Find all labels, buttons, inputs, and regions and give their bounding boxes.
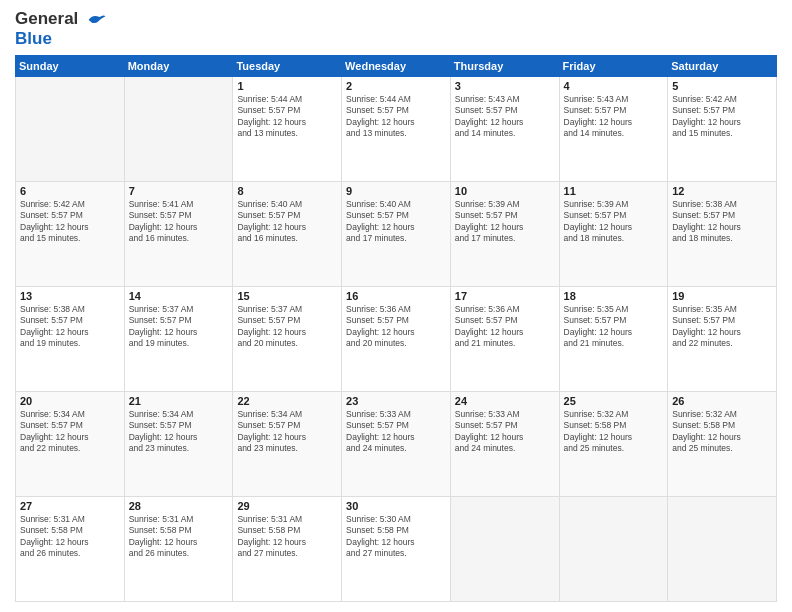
day-number: 7	[129, 185, 229, 197]
day-info: Sunrise: 5:32 AM Sunset: 5:58 PM Dayligh…	[672, 409, 772, 455]
day-cell: 28Sunrise: 5:31 AM Sunset: 5:58 PM Dayli…	[124, 496, 233, 601]
day-info: Sunrise: 5:41 AM Sunset: 5:57 PM Dayligh…	[129, 199, 229, 245]
day-info: Sunrise: 5:31 AM Sunset: 5:58 PM Dayligh…	[20, 514, 120, 560]
calendar-header-row: SundayMondayTuesdayWednesdayThursdayFrid…	[16, 55, 777, 76]
day-cell: 7Sunrise: 5:41 AM Sunset: 5:57 PM Daylig…	[124, 181, 233, 286]
day-info: Sunrise: 5:43 AM Sunset: 5:57 PM Dayligh…	[564, 94, 664, 140]
day-cell: 24Sunrise: 5:33 AM Sunset: 5:57 PM Dayli…	[450, 391, 559, 496]
day-info: Sunrise: 5:35 AM Sunset: 5:57 PM Dayligh…	[672, 304, 772, 350]
day-cell: 25Sunrise: 5:32 AM Sunset: 5:58 PM Dayli…	[559, 391, 668, 496]
day-number: 20	[20, 395, 120, 407]
day-info: Sunrise: 5:44 AM Sunset: 5:57 PM Dayligh…	[237, 94, 337, 140]
day-header-sunday: Sunday	[16, 55, 125, 76]
calendar-table: SundayMondayTuesdayWednesdayThursdayFrid…	[15, 55, 777, 602]
day-cell: 13Sunrise: 5:38 AM Sunset: 5:57 PM Dayli…	[16, 286, 125, 391]
day-cell: 18Sunrise: 5:35 AM Sunset: 5:57 PM Dayli…	[559, 286, 668, 391]
day-info: Sunrise: 5:39 AM Sunset: 5:57 PM Dayligh…	[564, 199, 664, 245]
day-cell: 3Sunrise: 5:43 AM Sunset: 5:57 PM Daylig…	[450, 76, 559, 181]
day-info: Sunrise: 5:44 AM Sunset: 5:57 PM Dayligh…	[346, 94, 446, 140]
day-number: 13	[20, 290, 120, 302]
logo-blue: Blue	[15, 29, 107, 49]
logo: General Blue	[15, 10, 107, 49]
day-cell: 23Sunrise: 5:33 AM Sunset: 5:57 PM Dayli…	[342, 391, 451, 496]
day-info: Sunrise: 5:35 AM Sunset: 5:57 PM Dayligh…	[564, 304, 664, 350]
day-cell: 9Sunrise: 5:40 AM Sunset: 5:57 PM Daylig…	[342, 181, 451, 286]
day-number: 2	[346, 80, 446, 92]
day-cell: 26Sunrise: 5:32 AM Sunset: 5:58 PM Dayli…	[668, 391, 777, 496]
day-number: 11	[564, 185, 664, 197]
day-cell: 6Sunrise: 5:42 AM Sunset: 5:57 PM Daylig…	[16, 181, 125, 286]
day-cell: 8Sunrise: 5:40 AM Sunset: 5:57 PM Daylig…	[233, 181, 342, 286]
day-info: Sunrise: 5:31 AM Sunset: 5:58 PM Dayligh…	[129, 514, 229, 560]
logo-bird-icon	[85, 12, 107, 28]
day-number: 14	[129, 290, 229, 302]
day-cell	[124, 76, 233, 181]
day-cell: 22Sunrise: 5:34 AM Sunset: 5:57 PM Dayli…	[233, 391, 342, 496]
day-info: Sunrise: 5:36 AM Sunset: 5:57 PM Dayligh…	[455, 304, 555, 350]
week-row-5: 27Sunrise: 5:31 AM Sunset: 5:58 PM Dayli…	[16, 496, 777, 601]
day-number: 3	[455, 80, 555, 92]
day-info: Sunrise: 5:43 AM Sunset: 5:57 PM Dayligh…	[455, 94, 555, 140]
day-header-tuesday: Tuesday	[233, 55, 342, 76]
day-header-monday: Monday	[124, 55, 233, 76]
day-info: Sunrise: 5:42 AM Sunset: 5:57 PM Dayligh…	[20, 199, 120, 245]
day-number: 4	[564, 80, 664, 92]
day-info: Sunrise: 5:34 AM Sunset: 5:57 PM Dayligh…	[20, 409, 120, 455]
day-number: 23	[346, 395, 446, 407]
day-cell: 17Sunrise: 5:36 AM Sunset: 5:57 PM Dayli…	[450, 286, 559, 391]
day-cell	[668, 496, 777, 601]
day-number: 1	[237, 80, 337, 92]
day-header-saturday: Saturday	[668, 55, 777, 76]
day-cell	[16, 76, 125, 181]
day-info: Sunrise: 5:33 AM Sunset: 5:57 PM Dayligh…	[346, 409, 446, 455]
day-cell: 30Sunrise: 5:30 AM Sunset: 5:58 PM Dayli…	[342, 496, 451, 601]
day-cell: 10Sunrise: 5:39 AM Sunset: 5:57 PM Dayli…	[450, 181, 559, 286]
day-cell: 12Sunrise: 5:38 AM Sunset: 5:57 PM Dayli…	[668, 181, 777, 286]
day-info: Sunrise: 5:33 AM Sunset: 5:57 PM Dayligh…	[455, 409, 555, 455]
day-cell: 5Sunrise: 5:42 AM Sunset: 5:57 PM Daylig…	[668, 76, 777, 181]
day-info: Sunrise: 5:34 AM Sunset: 5:57 PM Dayligh…	[237, 409, 337, 455]
day-cell: 20Sunrise: 5:34 AM Sunset: 5:57 PM Dayli…	[16, 391, 125, 496]
day-cell: 29Sunrise: 5:31 AM Sunset: 5:58 PM Dayli…	[233, 496, 342, 601]
day-cell: 27Sunrise: 5:31 AM Sunset: 5:58 PM Dayli…	[16, 496, 125, 601]
day-info: Sunrise: 5:37 AM Sunset: 5:57 PM Dayligh…	[129, 304, 229, 350]
day-number: 6	[20, 185, 120, 197]
day-info: Sunrise: 5:32 AM Sunset: 5:58 PM Dayligh…	[564, 409, 664, 455]
day-number: 21	[129, 395, 229, 407]
day-info: Sunrise: 5:39 AM Sunset: 5:57 PM Dayligh…	[455, 199, 555, 245]
day-cell: 21Sunrise: 5:34 AM Sunset: 5:57 PM Dayli…	[124, 391, 233, 496]
day-number: 18	[564, 290, 664, 302]
day-number: 8	[237, 185, 337, 197]
day-header-wednesday: Wednesday	[342, 55, 451, 76]
day-header-thursday: Thursday	[450, 55, 559, 76]
day-number: 29	[237, 500, 337, 512]
week-row-1: 1Sunrise: 5:44 AM Sunset: 5:57 PM Daylig…	[16, 76, 777, 181]
day-cell	[450, 496, 559, 601]
day-info: Sunrise: 5:40 AM Sunset: 5:57 PM Dayligh…	[237, 199, 337, 245]
day-cell: 14Sunrise: 5:37 AM Sunset: 5:57 PM Dayli…	[124, 286, 233, 391]
day-number: 16	[346, 290, 446, 302]
day-info: Sunrise: 5:30 AM Sunset: 5:58 PM Dayligh…	[346, 514, 446, 560]
day-number: 10	[455, 185, 555, 197]
day-cell: 2Sunrise: 5:44 AM Sunset: 5:57 PM Daylig…	[342, 76, 451, 181]
day-info: Sunrise: 5:42 AM Sunset: 5:57 PM Dayligh…	[672, 94, 772, 140]
day-cell: 19Sunrise: 5:35 AM Sunset: 5:57 PM Dayli…	[668, 286, 777, 391]
day-cell: 15Sunrise: 5:37 AM Sunset: 5:57 PM Dayli…	[233, 286, 342, 391]
day-cell	[559, 496, 668, 601]
day-number: 28	[129, 500, 229, 512]
day-number: 26	[672, 395, 772, 407]
day-cell: 11Sunrise: 5:39 AM Sunset: 5:57 PM Dayli…	[559, 181, 668, 286]
header: General Blue	[15, 10, 777, 49]
day-cell: 4Sunrise: 5:43 AM Sunset: 5:57 PM Daylig…	[559, 76, 668, 181]
day-number: 22	[237, 395, 337, 407]
day-header-friday: Friday	[559, 55, 668, 76]
day-number: 9	[346, 185, 446, 197]
day-number: 5	[672, 80, 772, 92]
day-number: 19	[672, 290, 772, 302]
day-info: Sunrise: 5:38 AM Sunset: 5:57 PM Dayligh…	[20, 304, 120, 350]
day-number: 12	[672, 185, 772, 197]
day-number: 30	[346, 500, 446, 512]
day-cell: 1Sunrise: 5:44 AM Sunset: 5:57 PM Daylig…	[233, 76, 342, 181]
day-cell: 16Sunrise: 5:36 AM Sunset: 5:57 PM Dayli…	[342, 286, 451, 391]
week-row-4: 20Sunrise: 5:34 AM Sunset: 5:57 PM Dayli…	[16, 391, 777, 496]
